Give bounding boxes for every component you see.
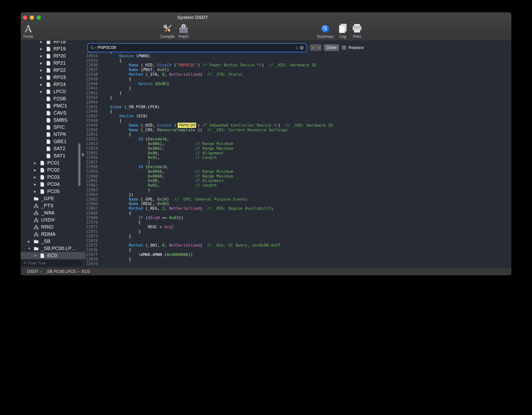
code-line[interactable]: 22954 0x0062, // Range Maximum (86, 146, 511, 151)
previous-match-button[interactable]: ‹ (310, 44, 316, 51)
code-line[interactable]: 22966 Name (REGC, 0x00) (86, 202, 511, 206)
code-line[interactable]: 22965 Name (_GPE, 0x16) // _GPE: General… (86, 197, 511, 202)
tree-item-SPIC[interactable]: SPIC (21, 124, 86, 131)
code-line[interactable]: 22977 \AMW0.AMWN (0xA0040001) (86, 252, 511, 257)
tree-item-_WAK[interactable]: _WAK (21, 209, 86, 216)
disclosure-down-icon[interactable]: ▼ (33, 254, 39, 257)
code-line[interactable]: 22943 } (86, 95, 511, 100)
disclosure-right-icon[interactable]: ▶ (39, 83, 45, 86)
code-line[interactable]: 22972 } (86, 229, 511, 234)
code-line[interactable]: 22961 0x00, // Alignment (86, 178, 511, 183)
tree-item-RP24[interactable]: ▶RP24 (21, 81, 86, 88)
close-button[interactable] (23, 15, 27, 20)
breadcrumb-item[interactable]: EC0 (82, 269, 90, 274)
code-area[interactable]: 22933 {22934 Device (PWRB)22935 {22936 N… (86, 52, 511, 266)
zoom-button[interactable] (37, 15, 41, 20)
code-line[interactable]: 22960 0x0066, // Range Maximum (86, 174, 511, 179)
print-button[interactable]: Print (350, 23, 364, 39)
tree-item-SAT2[interactable]: SAT2 (21, 145, 86, 152)
tree-item-PC02[interactable]: ▶PC02 (21, 166, 86, 174)
code-line[interactable]: 22971 REGC = Arg1 (86, 225, 511, 229)
clear-search-button[interactable] (299, 45, 304, 50)
code-line[interactable]: 22937 Name (PBST, 0x01) (86, 68, 511, 72)
disclosure-right-icon[interactable]: ▶ (33, 183, 39, 186)
tree-item-SMBS[interactable]: SMBS (21, 117, 86, 124)
code-line[interactable]: 22956 0x01, // Length (86, 155, 511, 160)
code-line[interactable]: 22963 ) (86, 188, 511, 193)
code-line[interactable]: 22967 Method (_REG, 2, NotSerialized) //… (86, 206, 511, 211)
code-line[interactable]: 22938 Method (_STA, 0, NotSerialized) //… (86, 72, 511, 77)
disclosure-right-icon[interactable]: ▶ (39, 69, 45, 72)
tree-item-LPC0[interactable]: ▶LPC0 (21, 88, 86, 95)
tree-item-_PTS[interactable]: _PTS (21, 202, 86, 209)
code-line[interactable]: 22955 0x00, // Alignment (86, 151, 511, 156)
splitter-handle[interactable] (82, 153, 84, 156)
code-line[interactable]: 22949 Name (_HID, EisaId ("PNP0C09") /* … (86, 123, 511, 128)
tree-item-PMC1[interactable]: PMC1 (21, 102, 86, 109)
disclosure-right-icon[interactable]: ▶ (39, 41, 45, 44)
replace-checkbox[interactable] (342, 45, 346, 50)
patch-button[interactable]: Patch (176, 23, 191, 39)
disclosure-right-icon[interactable]: ▶ (39, 47, 45, 51)
code-line[interactable]: 22957 ) (86, 160, 511, 165)
tree-item-RP19[interactable]: ▶RP19 (21, 45, 86, 52)
code-line[interactable]: 22978 } (86, 257, 511, 262)
code-line[interactable]: 22953 0x0062, // Range Minimum (86, 142, 511, 146)
code-line[interactable]: 22936 Name (_HID, EisaId ("PNP0C0C") /* … (86, 63, 511, 68)
tree-item-PC01[interactable]: ▶PC01 (21, 159, 86, 166)
tree-item-_GPE[interactable]: _GPE (21, 195, 86, 202)
sidebar-scrollbar[interactable] (78, 143, 80, 186)
code-line[interactable]: 22964 }) (86, 193, 511, 197)
tree-item-SAT1[interactable]: SAT1 (21, 152, 86, 159)
tree-item-GBE1[interactable]: GBE1 (21, 138, 86, 145)
search-menu-icon[interactable]: ▾ (90, 46, 96, 50)
disclosure-right-icon[interactable]: ▶ (33, 161, 39, 165)
code-line[interactable]: 22934 Device (PWRB) (86, 54, 511, 59)
done-button[interactable]: Done (324, 44, 339, 51)
code-line[interactable]: 22952 IO (Decode16, (86, 137, 511, 142)
tree-item-RRIO[interactable]: RRIO (21, 223, 86, 231)
tree-item-_SB-PC00-LP-[interactable]: ▼_SB.PC00.LP… (21, 245, 86, 252)
tree-item-PC05[interactable]: ▶PC05 (21, 188, 86, 195)
disclosure-right-icon[interactable]: ▶ (33, 190, 39, 193)
code-line[interactable]: 22947 Device (EC0) (86, 114, 511, 119)
breadcrumb-item[interactable]: _SB.PC00.LPC0 (45, 269, 76, 274)
disclosure-right-icon[interactable]: ▶ (33, 176, 39, 179)
code-line[interactable]: 22969 If ((Arg0 == 0x03)) (86, 216, 511, 220)
tree-item-PC04[interactable]: ▶PC04 (21, 181, 86, 188)
tree-item-EC0[interactable]: ▼EC0 (21, 252, 86, 259)
code-line[interactable]: 22941 } (86, 86, 511, 91)
summary-button[interactable]: i Summary (318, 23, 332, 39)
tree-item-RP20[interactable]: ▶RP20 (21, 52, 86, 59)
breadcrumb-item[interactable]: DSDT (27, 269, 38, 274)
tree-item-NTPK[interactable]: NTPK (21, 131, 86, 138)
disclosure-right-icon[interactable]: ▶ (27, 240, 32, 243)
disclosure-right-icon[interactable]: ▶ (39, 76, 45, 79)
tree-item-RDMA[interactable]: RDMA (21, 231, 86, 238)
code-line[interactable]: 22950 Name (_CRS, ResourceTemplate () //… (86, 128, 511, 133)
disclosure-right-icon[interactable]: ▶ (39, 90, 45, 93)
tree-item-RP18[interactable]: ▶RP18 (21, 41, 86, 45)
compile-button[interactable]: Compile (160, 23, 175, 39)
tree-item-RP21[interactable]: ▶RP21 (21, 59, 86, 67)
next-match-button[interactable]: › (316, 44, 322, 51)
code-line[interactable]: 22945 Scope (_SB.PC00.LPC0) (86, 105, 511, 109)
code-line[interactable]: 22974 (86, 239, 511, 243)
code-line[interactable]: 22973 } (86, 234, 511, 239)
code-line[interactable]: 22958 IO (Decode16, (86, 165, 511, 169)
tree-item-RP23[interactable]: ▶RP23 (21, 74, 86, 81)
tree-item-RP22[interactable]: ▶RP22 (21, 67, 86, 74)
disclosure-right-icon[interactable]: ▶ (39, 61, 45, 65)
code-line[interactable]: 22970 { (86, 220, 511, 225)
code-line[interactable]: 22946 { (86, 109, 511, 114)
code-line[interactable]: 22959 0x0066, // Range Minimum (86, 169, 511, 174)
code-line[interactable]: 22935 { (86, 59, 511, 63)
code-line[interactable]: 22951 { (86, 132, 511, 137)
code-line[interactable]: 22944 (86, 100, 511, 105)
code-line[interactable]: 22976 { (86, 248, 511, 252)
code-line[interactable]: 22968 { (86, 211, 511, 216)
minimize-button[interactable] (30, 15, 34, 20)
filter-tree-input[interactable] (28, 261, 79, 266)
fonts-button[interactable]: A Fonts (21, 23, 36, 39)
tree-item-UXDV[interactable]: UXDV (21, 216, 86, 223)
